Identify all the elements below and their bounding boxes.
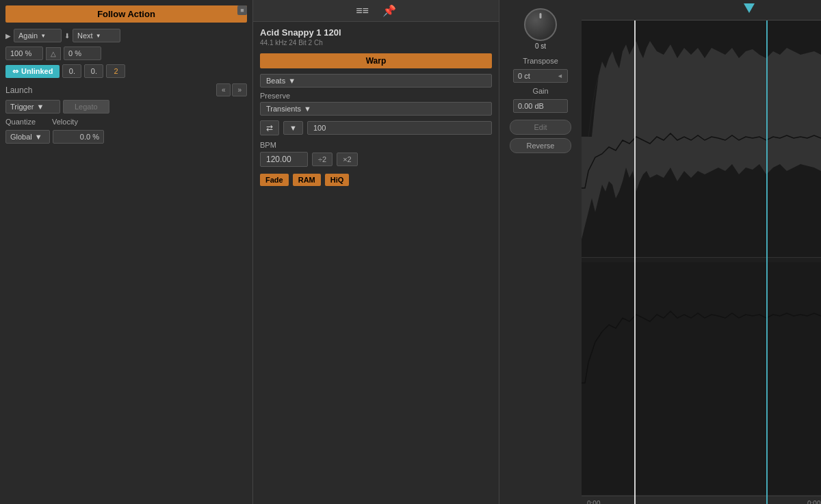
velocity-field[interactable]: 0.0 % bbox=[53, 130, 104, 144]
chevron-down-icon: ▼ bbox=[35, 133, 42, 141]
global-dropdown[interactable]: Global ▼ bbox=[5, 130, 50, 144]
svg-rect-3 bbox=[582, 496, 821, 504]
waveform-header bbox=[582, 0, 821, 21]
waveform-icon[interactable]: ≡≡ bbox=[356, 5, 369, 17]
triangle-button[interactable]: △ bbox=[46, 47, 61, 60]
fade-button[interactable]: Fade bbox=[260, 174, 289, 186]
warp-button[interactable]: Warp bbox=[260, 53, 492, 68]
time-marker-200: 0:00:200 bbox=[807, 500, 821, 504]
playhead-line bbox=[766, 21, 768, 504]
gain-label: Gain bbox=[532, 87, 548, 95]
nav-buttons: « » bbox=[216, 83, 247, 96]
quantize-label: Quantize bbox=[5, 118, 47, 126]
transients-dropdown[interactable]: Transients ▼ bbox=[260, 102, 492, 116]
bpm-row: 120.00 ÷2 ×2 bbox=[253, 150, 499, 168]
global-velocity-row: Global ▼ 0.0 % bbox=[0, 128, 252, 146]
chevron-down-icon: ▼ bbox=[288, 77, 296, 85]
close-button[interactable]: ■ bbox=[237, 5, 247, 15]
trigger-dropdown[interactable]: Trigger ▼ bbox=[5, 100, 60, 114]
playhead-triangle bbox=[744, 3, 755, 13]
velocity-label: Velocity bbox=[52, 118, 78, 126]
next-dropdown[interactable]: Next ▼ bbox=[73, 29, 120, 42]
transpose-knob[interactable] bbox=[524, 8, 557, 41]
unlinked-row: ⇔ Unlinked 0. 0. 2 bbox=[0, 62, 252, 80]
chevron-down-icon: ▼ bbox=[304, 105, 311, 113]
link-icon: ⇔ bbox=[12, 67, 18, 76]
ram-button[interactable]: RAM bbox=[293, 174, 321, 186]
knob-container: 0 st bbox=[524, 8, 557, 50]
nav-forward-button[interactable]: » bbox=[232, 83, 247, 96]
beats-row: Beats ▼ bbox=[253, 71, 499, 90]
file-name: Acid Snappy 1 120l bbox=[253, 22, 499, 39]
quantize-velocity-row: Quantize Velocity bbox=[0, 116, 252, 128]
follow-action-row: ▶ Again ▼ ⬇ Next ▼ bbox=[0, 27, 252, 44]
left-panel: ■ Follow Action ▶ Again ▼ ⬇ Next ▼ 100 %… bbox=[0, 0, 253, 504]
svg-rect-2 bbox=[582, 263, 821, 505]
divide-button[interactable]: ÷2 bbox=[312, 152, 333, 166]
percent2-field[interactable]: 0 % bbox=[64, 47, 101, 60]
action-buttons: Edit Reverse bbox=[505, 120, 576, 153]
waveform-canvas[interactable]: 0:00 0:00:200 0:00:400 bbox=[582, 21, 821, 504]
down-arrow-icon: ⬇ bbox=[64, 32, 70, 40]
middle-toolbar: ≡≡ 📌 bbox=[253, 0, 499, 22]
knob-value: 0 st bbox=[535, 42, 546, 50]
percent-row: 100 % △ 0 % bbox=[0, 44, 252, 62]
multiply-button[interactable]: ×2 bbox=[337, 152, 358, 166]
fade-row: Fade RAM HiQ bbox=[253, 168, 499, 191]
pin-icon[interactable]: 📌 bbox=[382, 4, 396, 17]
launch-section-label: Launch « » bbox=[0, 80, 252, 98]
again-dropdown[interactable]: Again ▼ bbox=[14, 29, 62, 42]
transpose-label: Transpose bbox=[523, 57, 558, 65]
bpm-label: BPM bbox=[253, 138, 499, 150]
waveform-svg: 0:00 0:00:200 0:00:400 bbox=[582, 21, 821, 504]
reverse-button[interactable]: Reverse bbox=[510, 138, 571, 153]
gain-value-field[interactable]: 0.00 dB bbox=[513, 99, 568, 113]
preserve-label: Preserve bbox=[253, 90, 499, 100]
beat3-field[interactable]: 2 bbox=[106, 64, 125, 78]
hiq-button[interactable]: HiQ bbox=[325, 174, 350, 186]
loop-button[interactable]: ⇄ bbox=[260, 120, 279, 135]
chevron-down-icon: ▼ bbox=[40, 33, 46, 39]
legato-button[interactable]: Legato bbox=[63, 100, 109, 114]
complex-value[interactable]: 100 bbox=[307, 121, 492, 135]
follow-action-header: Follow Action bbox=[5, 5, 247, 23]
edit-button[interactable]: Edit bbox=[510, 120, 571, 135]
chevron-down-icon: ▼ bbox=[36, 103, 44, 111]
nav-back-button[interactable]: « bbox=[216, 83, 231, 96]
file-info: 44.1 kHz 24 Bit 2 Ch bbox=[253, 39, 499, 51]
right-area: 0 st Transpose 0 ct ◄ Gain 0.00 dB Edit … bbox=[499, 0, 821, 504]
bpm-value[interactable]: 120.00 bbox=[260, 152, 308, 167]
chevron-down-icon: ▼ bbox=[96, 33, 101, 39]
chevron-down-icon: ▼ bbox=[289, 124, 297, 132]
percent1-field[interactable]: 100 % bbox=[5, 47, 43, 60]
transpose-value-field[interactable]: 0 ct ◄ bbox=[513, 69, 568, 83]
beat1-field[interactable]: 0. bbox=[62, 64, 81, 78]
beat2-field[interactable]: 0. bbox=[84, 64, 103, 78]
waveform-area: 0:00 0:00:200 0:00:400 bbox=[582, 0, 821, 504]
complex-dropdown[interactable]: ▼ bbox=[283, 121, 303, 135]
time-marker-0: 0:00 bbox=[587, 500, 601, 504]
playback-line bbox=[634, 21, 636, 504]
unlinked-button[interactable]: ⇔ Unlinked bbox=[5, 65, 60, 78]
controls-and-wave: 0 st Transpose 0 ct ◄ Gain 0.00 dB Edit … bbox=[499, 0, 821, 504]
trigger-row: Trigger ▼ Legato bbox=[0, 98, 252, 116]
middle-panel: ≡≡ 📌 Acid Snappy 1 120l 44.1 kHz 24 Bit … bbox=[253, 0, 499, 504]
beats-dropdown[interactable]: Beats ▼ bbox=[260, 74, 492, 88]
complex-row: ⇄ ▼ 100 bbox=[253, 118, 499, 138]
controls-panel: 0 st Transpose 0 ct ◄ Gain 0.00 dB Edit … bbox=[499, 0, 582, 504]
play-icon: ▶ bbox=[5, 32, 11, 40]
chevron-left-icon: ◄ bbox=[557, 72, 563, 79]
